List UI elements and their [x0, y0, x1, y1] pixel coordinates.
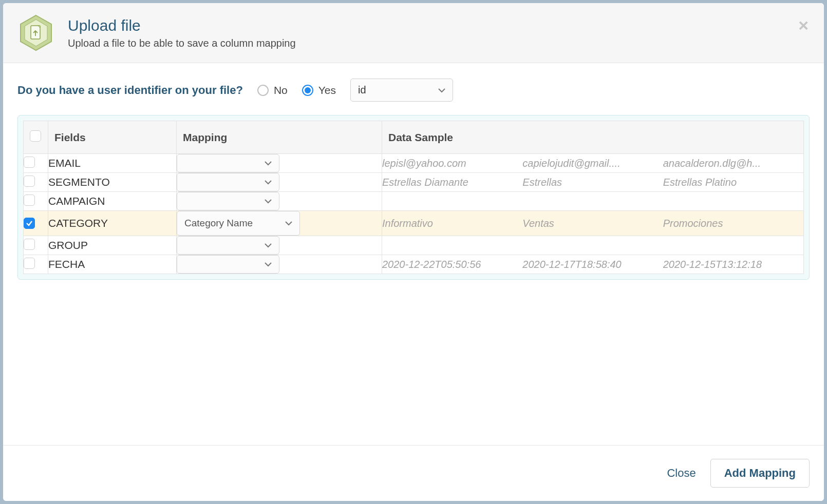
mapping-select[interactable]: Category Name — [177, 211, 300, 236]
mapping-select-value: Category Name — [184, 218, 253, 229]
col-header-mapping: Mapping — [177, 121, 382, 154]
header-text: Upload file Upload a file to be able to … — [68, 17, 296, 49]
mapping-select[interactable] — [177, 154, 279, 172]
cell-field: CATEGORY — [48, 211, 177, 236]
sample-value: anacalderon.dlg@h... — [663, 158, 803, 169]
cell-samples — [382, 236, 804, 255]
row-checkbox[interactable] — [24, 195, 35, 206]
sample-value: 2020-12-15T13:12:18 — [663, 259, 803, 270]
sample-value: 2020-12-17T18:58:40 — [522, 259, 663, 270]
cell-check — [24, 211, 48, 236]
cell-mapping — [177, 192, 382, 211]
cell-check — [24, 173, 48, 192]
cell-check — [24, 255, 48, 274]
chevron-down-icon — [265, 161, 272, 166]
mapping-select[interactable] — [177, 255, 279, 274]
col-header-fields: Fields — [48, 121, 177, 154]
modal-body: Do you have a user identifier on your fi… — [3, 63, 824, 445]
select-all-checkbox[interactable] — [30, 130, 41, 142]
cell-mapping — [177, 236, 382, 255]
sample-value: Estrellas Platino — [663, 177, 803, 188]
identifier-radio-group: No Yes — [257, 84, 336, 96]
cell-samples: InformativoVentasPromociones — [382, 211, 804, 236]
sample-value: Estrellas Diamante — [382, 177, 522, 188]
close-icon[interactable]: × — [798, 16, 809, 34]
identifier-question: Do you have a user identifier on your fi… — [17, 84, 243, 97]
radio-no[interactable]: No — [257, 84, 288, 96]
sample-value: capielojudit@gmail.... — [522, 158, 663, 169]
radio-yes-label: Yes — [318, 84, 336, 96]
table-header-row: Fields Mapping Data Sample — [24, 121, 804, 154]
upload-file-modal: Upload file Upload a file to be able to … — [3, 3, 824, 501]
radio-yes-indicator — [302, 85, 313, 96]
cell-field: SEGMENTO — [48, 173, 177, 192]
close-button[interactable]: Close — [667, 467, 696, 480]
modal-header: Upload file Upload a file to be able to … — [3, 3, 824, 63]
cell-field: GROUP — [48, 236, 177, 255]
radio-no-label: No — [274, 84, 288, 96]
table-row: SEGMENTOEstrellas DiamanteEstrellasEstre… — [24, 173, 804, 192]
mapping-panel: Fields Mapping Data Sample EMAILlepisl@y… — [17, 115, 810, 280]
chevron-down-icon — [265, 180, 272, 185]
row-checkbox[interactable] — [24, 176, 35, 187]
mapping-select[interactable] — [177, 236, 279, 255]
chevron-down-icon — [265, 262, 272, 267]
row-checkbox[interactable] — [24, 218, 35, 229]
sample-value: Estrellas — [522, 177, 663, 188]
cell-samples — [382, 192, 804, 211]
chevron-down-icon — [285, 221, 292, 226]
sample-value: Promociones — [663, 218, 803, 229]
cell-field: FECHA — [48, 255, 177, 274]
cell-check — [24, 236, 48, 255]
modal-title: Upload file — [68, 17, 296, 34]
cell-mapping — [177, 154, 382, 173]
mapping-select[interactable] — [177, 192, 279, 210]
table-row: FECHA2020-12-22T05:50:562020-12-17T18:58… — [24, 255, 804, 274]
radio-yes[interactable]: Yes — [302, 84, 336, 96]
col-header-check — [24, 121, 48, 154]
modal-subtitle: Upload a file to be able to save a colum… — [68, 37, 296, 49]
row-checkbox[interactable] — [24, 157, 35, 168]
cell-check — [24, 192, 48, 211]
sample-value: Informativo — [382, 218, 522, 229]
cell-mapping — [177, 173, 382, 192]
identifier-select[interactable]: id — [350, 79, 453, 102]
identifier-select-value: id — [358, 84, 366, 96]
table-row: GROUP — [24, 236, 804, 255]
table-row: EMAILlepisl@yahoo.comcapielojudit@gmail.… — [24, 154, 804, 173]
mapping-table: Fields Mapping Data Sample EMAILlepisl@y… — [23, 121, 804, 274]
table-row: CAMPAIGN — [24, 192, 804, 211]
cell-samples: 2020-12-22T05:50:562020-12-17T18:58:4020… — [382, 255, 804, 274]
chevron-down-icon — [265, 199, 272, 204]
cell-mapping: Category Name — [177, 211, 382, 236]
sample-value: Ventas — [522, 218, 663, 229]
cell-field: CAMPAIGN — [48, 192, 177, 211]
row-checkbox[interactable] — [24, 258, 35, 269]
mapping-select[interactable] — [177, 173, 279, 191]
sample-value: lepisl@yahoo.com — [382, 158, 522, 169]
row-checkbox[interactable] — [24, 239, 35, 250]
identifier-question-row: Do you have a user identifier on your fi… — [17, 79, 810, 102]
cell-samples: Estrellas DiamanteEstrellasEstrellas Pla… — [382, 173, 804, 192]
upload-file-icon — [17, 14, 54, 51]
chevron-down-icon — [438, 88, 445, 93]
add-mapping-button[interactable]: Add Mapping — [710, 459, 810, 488]
cell-mapping — [177, 255, 382, 274]
chevron-down-icon — [265, 243, 272, 248]
cell-field: EMAIL — [48, 154, 177, 173]
radio-no-indicator — [257, 85, 269, 96]
cell-check — [24, 154, 48, 173]
modal-footer: Close Add Mapping — [3, 445, 824, 501]
col-header-sample: Data Sample — [382, 121, 804, 154]
cell-samples: lepisl@yahoo.comcapielojudit@gmail....an… — [382, 154, 804, 173]
table-row: CATEGORYCategory NameInformativoVentasPr… — [24, 211, 804, 236]
sample-value: 2020-12-22T05:50:56 — [382, 259, 522, 270]
